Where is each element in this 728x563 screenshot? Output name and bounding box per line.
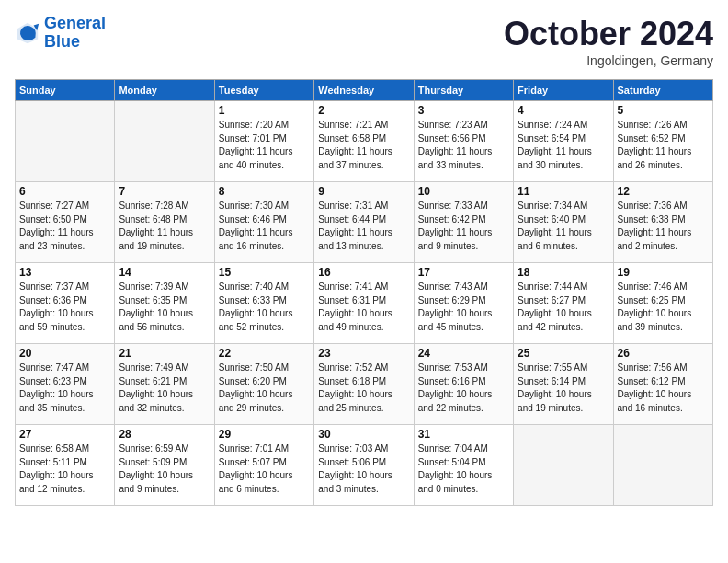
day-detail: Sunrise: 7:49 AM Sunset: 6:21 PM Dayligh… xyxy=(119,362,210,415)
calendar-cell: 19Sunrise: 7:46 AM Sunset: 6:25 PM Dayli… xyxy=(613,263,712,344)
day-number: 8 xyxy=(219,185,310,198)
day-number: 28 xyxy=(119,428,210,441)
logo-text: General Blue xyxy=(44,15,106,52)
day-number: 2 xyxy=(318,104,409,117)
calendar-cell: 25Sunrise: 7:55 AM Sunset: 6:14 PM Dayli… xyxy=(514,344,613,425)
day-detail: Sunrise: 7:31 AM Sunset: 6:44 PM Dayligh… xyxy=(318,200,409,253)
weekday-header-sunday: Sunday xyxy=(16,80,115,101)
day-number: 29 xyxy=(219,428,310,441)
calendar-cell: 9Sunrise: 7:31 AM Sunset: 6:44 PM Daylig… xyxy=(314,182,414,263)
calendar-cell: 30Sunrise: 7:03 AM Sunset: 5:06 PM Dayli… xyxy=(314,425,414,506)
logo: General Blue xyxy=(15,15,106,52)
calendar-cell: 12Sunrise: 7:36 AM Sunset: 6:38 PM Dayli… xyxy=(613,182,712,263)
day-detail: Sunrise: 7:43 AM Sunset: 6:29 PM Dayligh… xyxy=(418,281,509,334)
day-detail: Sunrise: 7:03 AM Sunset: 5:06 PM Dayligh… xyxy=(318,442,409,496)
day-detail: Sunrise: 7:44 AM Sunset: 6:27 PM Dayligh… xyxy=(518,281,609,334)
weekday-header-friday: Friday xyxy=(514,80,613,101)
day-number: 11 xyxy=(518,185,609,198)
week-row-2: 13Sunrise: 7:37 AM Sunset: 6:36 PM Dayli… xyxy=(16,263,713,344)
calendar-cell: 21Sunrise: 7:49 AM Sunset: 6:21 PM Dayli… xyxy=(115,344,214,425)
day-detail: Sunrise: 7:26 AM Sunset: 6:52 PM Dayligh… xyxy=(618,119,709,172)
day-number: 18 xyxy=(518,266,609,279)
calendar-cell: 6Sunrise: 7:27 AM Sunset: 6:50 PM Daylig… xyxy=(16,182,115,263)
calendar-table: SundayMondayTuesdayWednesdayThursdayFrid… xyxy=(15,79,713,506)
weekday-header-tuesday: Tuesday xyxy=(214,80,313,101)
day-number: 22 xyxy=(219,347,310,360)
day-detail: Sunrise: 7:21 AM Sunset: 6:58 PM Dayligh… xyxy=(318,119,409,172)
calendar-cell: 27Sunrise: 6:58 AM Sunset: 5:11 PM Dayli… xyxy=(16,425,115,506)
calendar-cell: 24Sunrise: 7:53 AM Sunset: 6:16 PM Dayli… xyxy=(414,344,513,425)
day-number: 1 xyxy=(219,104,310,117)
day-detail: Sunrise: 7:56 AM Sunset: 6:12 PM Dayligh… xyxy=(618,362,709,415)
calendar-cell: 31Sunrise: 7:04 AM Sunset: 5:04 PM Dayli… xyxy=(414,425,513,506)
day-detail: Sunrise: 7:55 AM Sunset: 6:14 PM Dayligh… xyxy=(518,362,609,415)
day-number: 12 xyxy=(618,185,709,198)
calendar-cell: 7Sunrise: 7:28 AM Sunset: 6:48 PM Daylig… xyxy=(115,182,214,263)
weekday-header-saturday: Saturday xyxy=(613,80,712,101)
logo-icon xyxy=(15,20,40,46)
calendar-cell: 22Sunrise: 7:50 AM Sunset: 6:20 PM Dayli… xyxy=(214,344,313,425)
calendar-cell: 18Sunrise: 7:44 AM Sunset: 6:27 PM Dayli… xyxy=(514,263,613,344)
day-number: 20 xyxy=(19,347,110,360)
day-number: 31 xyxy=(418,428,509,441)
week-row-0: 1Sunrise: 7:20 AM Sunset: 7:01 PM Daylig… xyxy=(16,101,713,182)
day-detail: Sunrise: 7:30 AM Sunset: 6:46 PM Dayligh… xyxy=(219,200,310,253)
calendar-cell: 10Sunrise: 7:33 AM Sunset: 6:42 PM Dayli… xyxy=(414,182,513,263)
day-number: 19 xyxy=(618,266,709,279)
weekday-header-row: SundayMondayTuesdayWednesdayThursdayFrid… xyxy=(16,80,713,101)
day-detail: Sunrise: 7:50 AM Sunset: 6:20 PM Dayligh… xyxy=(219,362,310,415)
day-detail: Sunrise: 7:04 AM Sunset: 5:04 PM Dayligh… xyxy=(418,442,509,496)
day-number: 9 xyxy=(318,185,409,198)
day-number: 30 xyxy=(318,428,409,441)
calendar-cell: 3Sunrise: 7:23 AM Sunset: 6:56 PM Daylig… xyxy=(414,101,513,182)
day-number: 26 xyxy=(618,347,709,360)
calendar-cell: 4Sunrise: 7:24 AM Sunset: 6:54 PM Daylig… xyxy=(514,101,613,182)
calendar-cell: 1Sunrise: 7:20 AM Sunset: 7:01 PM Daylig… xyxy=(214,101,313,182)
calendar-cell: 2Sunrise: 7:21 AM Sunset: 6:58 PM Daylig… xyxy=(314,101,414,182)
day-detail: Sunrise: 7:39 AM Sunset: 6:35 PM Dayligh… xyxy=(119,281,210,334)
calendar-cell: 13Sunrise: 7:37 AM Sunset: 6:36 PM Dayli… xyxy=(16,263,115,344)
day-detail: Sunrise: 7:46 AM Sunset: 6:25 PM Dayligh… xyxy=(618,281,709,334)
day-number: 15 xyxy=(219,266,310,279)
day-detail: Sunrise: 6:59 AM Sunset: 5:09 PM Dayligh… xyxy=(119,442,210,496)
day-detail: Sunrise: 7:37 AM Sunset: 6:36 PM Dayligh… xyxy=(19,281,110,334)
weekday-header-monday: Monday xyxy=(115,80,214,101)
calendar-cell xyxy=(16,101,115,182)
weekday-header-wednesday: Wednesday xyxy=(314,80,414,101)
day-detail: Sunrise: 7:53 AM Sunset: 6:16 PM Dayligh… xyxy=(418,362,509,415)
location: Ingoldingen, Germany xyxy=(504,53,713,68)
calendar-cell: 5Sunrise: 7:26 AM Sunset: 6:52 PM Daylig… xyxy=(613,101,712,182)
day-detail: Sunrise: 7:52 AM Sunset: 6:18 PM Dayligh… xyxy=(318,362,409,415)
calendar-cell: 23Sunrise: 7:52 AM Sunset: 6:18 PM Dayli… xyxy=(314,344,414,425)
calendar-cell xyxy=(115,101,214,182)
week-row-3: 20Sunrise: 7:47 AM Sunset: 6:23 PM Dayli… xyxy=(16,344,713,425)
day-number: 7 xyxy=(119,185,210,198)
calendar-cell: 28Sunrise: 6:59 AM Sunset: 5:09 PM Dayli… xyxy=(115,425,214,506)
calendar-cell: 29Sunrise: 7:01 AM Sunset: 5:07 PM Dayli… xyxy=(214,425,313,506)
day-detail: Sunrise: 7:40 AM Sunset: 6:33 PM Dayligh… xyxy=(219,281,310,334)
calendar-cell: 15Sunrise: 7:40 AM Sunset: 6:33 PM Dayli… xyxy=(214,263,313,344)
day-detail: Sunrise: 7:41 AM Sunset: 6:31 PM Dayligh… xyxy=(318,281,409,334)
day-number: 10 xyxy=(418,185,509,198)
calendar-cell: 16Sunrise: 7:41 AM Sunset: 6:31 PM Dayli… xyxy=(314,263,414,344)
day-number: 6 xyxy=(19,185,110,198)
day-number: 14 xyxy=(119,266,210,279)
day-detail: Sunrise: 7:23 AM Sunset: 6:56 PM Dayligh… xyxy=(418,119,509,172)
day-number: 5 xyxy=(618,104,709,117)
calendar-cell xyxy=(613,425,712,506)
day-detail: Sunrise: 7:33 AM Sunset: 6:42 PM Dayligh… xyxy=(418,200,509,253)
day-detail: Sunrise: 7:20 AM Sunset: 7:01 PM Dayligh… xyxy=(219,119,310,172)
calendar-cell: 20Sunrise: 7:47 AM Sunset: 6:23 PM Dayli… xyxy=(16,344,115,425)
page-header: General Blue October 2024 Ingoldingen, G… xyxy=(15,15,713,68)
day-number: 3 xyxy=(418,104,509,117)
day-detail: Sunrise: 7:34 AM Sunset: 6:40 PM Dayligh… xyxy=(518,200,609,253)
day-detail: Sunrise: 7:47 AM Sunset: 6:23 PM Dayligh… xyxy=(19,362,110,415)
weekday-header-thursday: Thursday xyxy=(414,80,513,101)
day-number: 24 xyxy=(418,347,509,360)
day-detail: Sunrise: 7:27 AM Sunset: 6:50 PM Dayligh… xyxy=(19,200,110,253)
calendar-cell: 8Sunrise: 7:30 AM Sunset: 6:46 PM Daylig… xyxy=(214,182,313,263)
day-detail: Sunrise: 6:58 AM Sunset: 5:11 PM Dayligh… xyxy=(19,442,110,496)
week-row-4: 27Sunrise: 6:58 AM Sunset: 5:11 PM Dayli… xyxy=(16,425,713,506)
month-title: October 2024 xyxy=(504,15,713,53)
calendar-cell: 17Sunrise: 7:43 AM Sunset: 6:29 PM Dayli… xyxy=(414,263,513,344)
